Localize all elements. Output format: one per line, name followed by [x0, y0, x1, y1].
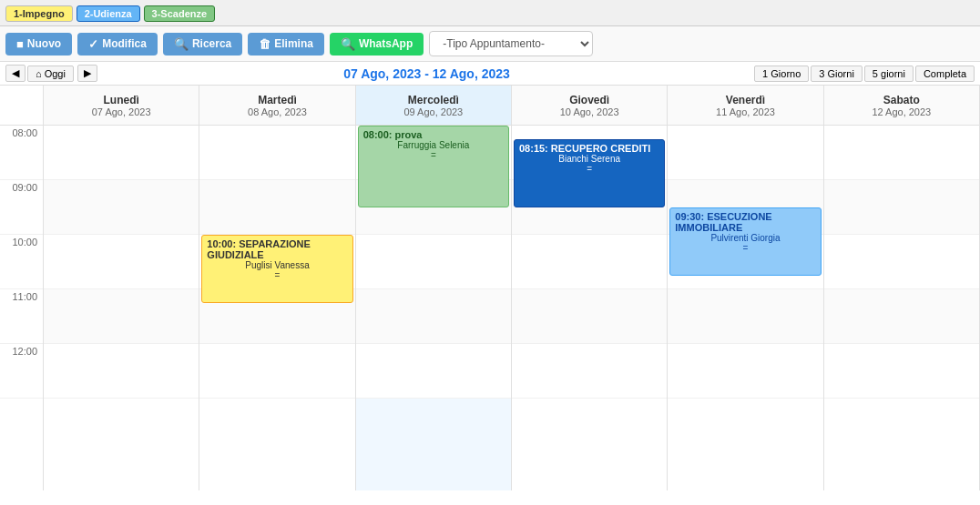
- slot-3-2[interactable]: [512, 235, 667, 289]
- date-range-title: 07 Ago, 2023 - 12 Ago, 2023: [99, 66, 754, 81]
- days-grid: Lunedì07 Ago, 2023Martedì08 Ago, 202310:…: [44, 86, 980, 490]
- whatsapp-label: WhatsApp: [359, 37, 413, 50]
- slot-5-3[interactable]: [824, 289, 979, 344]
- tab-impegno[interactable]: 1-Impegno: [5, 5, 73, 22]
- nav-bar: ◀ ⌂ Oggi ▶ 07 Ago, 2023 - 12 Ago, 2023 1…: [0, 62, 980, 86]
- tab-scadenze[interactable]: 3-Scadenze: [144, 5, 216, 22]
- home-icon: ⌂: [36, 68, 42, 79]
- day-column-3: Giovedì10 Ago, 202308:15: RECUPERO CREDI…: [512, 86, 668, 490]
- slot-5-2[interactable]: [824, 235, 979, 289]
- tipo-appuntamento-select[interactable]: -Tipo Appuntamento-: [429, 31, 593, 56]
- day-header-4: Venerdì11 Ago, 2023: [668, 86, 822, 126]
- event-time-2: 10:00: SEPARAZIONE GIUDIZIALE: [207, 238, 347, 260]
- view-5days-button[interactable]: 5 giorni: [864, 66, 914, 82]
- today-button[interactable]: ⌂ Oggi: [27, 66, 74, 82]
- event-2[interactable]: 10:00: SEPARAZIONE GIUDIZIALEPuglisi Van…: [201, 235, 352, 303]
- slot-3-4[interactable]: [512, 344, 667, 399]
- slot-4-4[interactable]: [668, 344, 822, 399]
- slot-2-4[interactable]: [356, 344, 511, 399]
- event-dot-1: =: [519, 164, 659, 174]
- day-name-4: Venerdì: [726, 94, 765, 106]
- next-button[interactable]: ▶: [77, 65, 97, 82]
- event-time-1: 08:15: RECUPERO CREDITI: [519, 143, 659, 154]
- time-slot-10: 10:00: [0, 235, 43, 289]
- slot-5-1[interactable]: [824, 180, 979, 235]
- event-person-3: Pulvirenti Giorgia: [675, 233, 815, 243]
- whatsapp-button[interactable]: 🔍 WhatsApp: [330, 33, 424, 56]
- slot-5-4[interactable]: [824, 344, 979, 399]
- slot-0-1[interactable]: [44, 180, 199, 235]
- day-header-2: Mercoledì09 Ago, 2023: [356, 86, 511, 126]
- day-column-2: Mercoledì09 Ago, 202308:00: provaFarrugg…: [356, 86, 512, 490]
- event-time-0: 08:00: prova: [363, 129, 504, 140]
- ricerca-label: Ricerca: [192, 37, 231, 50]
- event-dot-3: =: [675, 243, 815, 253]
- day-date-2: 09 Ago, 2023: [403, 106, 463, 117]
- event-person-0: Farruggia Selenia: [363, 140, 504, 150]
- slot-1-0[interactable]: [199, 126, 354, 180]
- day-header-5: Sabato12 Ago, 2023: [824, 86, 979, 126]
- prev-button[interactable]: ◀: [5, 65, 26, 82]
- today-label: Oggi: [45, 68, 66, 79]
- top-tabs-bar: 1-Impegno 2-Udienza 3-Scadenze: [0, 0, 980, 26]
- slot-0-0[interactable]: [44, 126, 199, 180]
- nuovo-button[interactable]: ■ Nuovo: [5, 33, 72, 56]
- slot-4-3[interactable]: [668, 289, 822, 344]
- day-slots-0: [44, 126, 199, 399]
- day-column-0: Lunedì07 Ago, 2023: [44, 86, 199, 490]
- tab-udienza[interactable]: 2-Udienza: [77, 5, 140, 22]
- day-date-0: 07 Ago, 2023: [92, 106, 151, 117]
- modifica-button[interactable]: ✓ Modifica: [77, 33, 158, 56]
- day-header-0: Lunedì07 Ago, 2023: [44, 86, 199, 126]
- event-person-1: Bianchi Serena: [519, 154, 659, 164]
- day-date-5: 12 Ago, 2023: [872, 106, 931, 117]
- toolbar: ■ Nuovo ✓ Modifica 🔍 Ricerca 🗑 Elimina 🔍…: [0, 26, 980, 62]
- slot-1-1[interactable]: [199, 180, 354, 235]
- day-slots-2: 08:00: provaFarruggia Selenia=: [356, 126, 511, 399]
- event-3[interactable]: 09:30: ESECUZIONE IMMOBILIAREPulvirenti …: [669, 207, 821, 276]
- ricerca-button[interactable]: 🔍 Ricerca: [163, 33, 242, 56]
- day-slots-4: 09:30: ESECUZIONE IMMOBILIAREPulvirenti …: [668, 126, 822, 399]
- view-complete-button[interactable]: Completa: [915, 66, 975, 82]
- event-dot-2: =: [207, 270, 347, 280]
- slot-2-2[interactable]: [356, 235, 511, 289]
- day-slots-5: [824, 126, 979, 399]
- calendar-container: 08:00 09:00 10:00 11:00 12:00 Lunedì07 A…: [0, 86, 980, 490]
- modifica-label: Modifica: [102, 37, 147, 50]
- elimina-button[interactable]: 🗑 Elimina: [248, 33, 324, 56]
- day-header-3: Giovedì10 Ago, 2023: [512, 86, 667, 126]
- view-3days-button[interactable]: 3 Giorni: [811, 66, 863, 82]
- day-date-4: 11 Ago, 2023: [716, 106, 775, 117]
- trash-icon: 🗑: [259, 37, 271, 51]
- view-1day-button[interactable]: 1 Giorno: [754, 66, 809, 82]
- day-name-2: Mercoledì: [408, 94, 459, 106]
- time-column: 08:00 09:00 10:00 11:00 12:00: [0, 86, 44, 490]
- event-person-2: Puglisi Vanessa: [207, 260, 347, 270]
- slot-2-3[interactable]: [356, 289, 511, 344]
- slot-0-4[interactable]: [44, 344, 199, 399]
- time-slot-11: 11:00: [0, 289, 43, 344]
- event-time-3: 09:30: ESECUZIONE IMMOBILIARE: [675, 211, 815, 233]
- slot-3-3[interactable]: [512, 289, 667, 344]
- day-column-4: Venerdì11 Ago, 202309:30: ESECUZIONE IMM…: [668, 86, 823, 490]
- slot-4-0[interactable]: [668, 126, 822, 180]
- nuovo-label: Nuovo: [27, 37, 61, 50]
- slot-5-0[interactable]: [824, 126, 979, 180]
- event-1[interactable]: 08:15: RECUPERO CREDITIBianchi Serena=: [514, 139, 665, 207]
- elimina-label: Elimina: [274, 37, 313, 50]
- slot-0-3[interactable]: [44, 289, 199, 344]
- slot-1-4[interactable]: [199, 344, 354, 399]
- slot-0-2[interactable]: [44, 235, 199, 289]
- plus-icon: ■: [16, 37, 24, 51]
- day-slots-1: 10:00: SEPARAZIONE GIUDIZIALEPuglisi Van…: [199, 126, 354, 399]
- day-date-3: 10 Ago, 2023: [560, 106, 619, 117]
- search-icon: 🔍: [174, 37, 189, 51]
- day-name-1: Martedì: [258, 94, 297, 106]
- day-name-0: Lunedì: [104, 94, 139, 106]
- day-date-1: 08 Ago, 2023: [248, 106, 307, 117]
- view-buttons: 1 Giorno 3 Giorni 5 giorni Completa: [754, 66, 975, 82]
- time-slot-08: 08:00: [0, 126, 43, 180]
- day-column-1: Martedì08 Ago, 202310:00: SEPARAZIONE GI…: [199, 86, 355, 490]
- whatsapp-icon: 🔍: [341, 37, 355, 51]
- event-0[interactable]: 08:00: provaFarruggia Selenia=: [358, 126, 509, 207]
